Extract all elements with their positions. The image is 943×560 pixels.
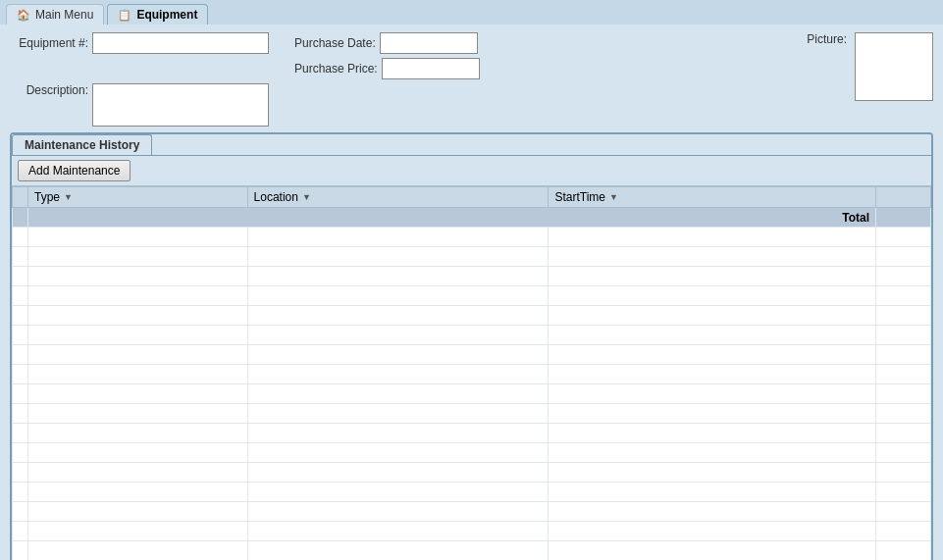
cell-rest xyxy=(876,228,931,247)
cell-rest xyxy=(876,404,931,424)
cell-location xyxy=(247,326,549,345)
cell-location xyxy=(247,443,549,463)
row-indicator xyxy=(13,267,28,286)
cell-location xyxy=(247,365,549,384)
col-type-label: Type xyxy=(34,190,60,204)
cell-location xyxy=(247,541,549,561)
tab-equipment[interactable]: 📋 Equipment xyxy=(107,4,208,25)
equipment-icon: 📋 xyxy=(118,9,131,22)
cell-rest xyxy=(876,424,931,443)
cell-rest xyxy=(876,286,931,306)
cell-type xyxy=(28,541,248,561)
cell-location xyxy=(247,384,549,404)
table-row[interactable] xyxy=(13,384,931,404)
table-row[interactable] xyxy=(13,345,931,365)
table-row[interactable] xyxy=(13,306,931,326)
cell-type xyxy=(28,326,248,345)
cell-rest xyxy=(876,267,931,286)
cell-starttime xyxy=(549,247,876,267)
table-row[interactable] xyxy=(13,267,931,286)
row-indicator xyxy=(13,345,28,365)
table-row[interactable] xyxy=(13,502,931,522)
cell-starttime xyxy=(549,522,876,541)
purchase-price-label: Purchase Price: xyxy=(294,62,378,76)
table-row[interactable] xyxy=(13,326,931,345)
cell-rest xyxy=(876,306,931,326)
cell-type xyxy=(28,267,248,286)
row-indicator xyxy=(13,247,28,267)
cell-rest xyxy=(876,522,931,541)
col-starttime-label: StartTime xyxy=(554,190,605,204)
cell-starttime xyxy=(549,286,876,306)
cell-type xyxy=(28,345,248,365)
table-row[interactable] xyxy=(13,522,931,541)
col-type[interactable]: Type ▼ xyxy=(28,187,248,208)
table-row[interactable] xyxy=(13,247,931,267)
cell-type xyxy=(28,502,248,522)
description-input[interactable] xyxy=(92,83,269,127)
equipment-num-input[interactable] xyxy=(92,32,269,54)
cell-location xyxy=(247,267,549,286)
table-row[interactable] xyxy=(13,404,931,424)
cell-location xyxy=(247,483,549,502)
cell-starttime xyxy=(549,306,876,326)
purchase-date-input[interactable] xyxy=(380,32,478,54)
col-location-sort: ▼ xyxy=(302,192,311,202)
row-indicator xyxy=(13,541,28,561)
cell-type xyxy=(28,443,248,463)
cell-location xyxy=(247,502,549,522)
col-location-label: Location xyxy=(254,190,298,204)
cell-rest xyxy=(876,443,931,463)
row-indicator xyxy=(13,306,28,326)
col-starttime[interactable]: StartTime ▼ xyxy=(549,187,876,208)
cell-type xyxy=(28,228,248,247)
tab-equipment-label: Equipment xyxy=(136,8,197,22)
cell-location xyxy=(247,306,549,326)
cell-starttime xyxy=(549,384,876,404)
row-indicator xyxy=(13,365,28,384)
col-location[interactable]: Location ▼ xyxy=(247,187,549,208)
purchase-date-label: Purchase Date: xyxy=(294,36,376,50)
table-row[interactable] xyxy=(13,541,931,561)
row-indicator xyxy=(13,443,28,463)
cell-type xyxy=(28,286,248,306)
cell-type xyxy=(28,247,248,267)
cell-rest xyxy=(876,384,931,404)
cell-starttime xyxy=(549,365,876,384)
cell-rest xyxy=(876,365,931,384)
cell-location xyxy=(247,228,549,247)
cell-starttime xyxy=(549,267,876,286)
cell-rest xyxy=(876,502,931,522)
row-indicator xyxy=(13,326,28,345)
cell-starttime xyxy=(549,463,876,483)
table-row[interactable] xyxy=(13,365,931,384)
table-row[interactable] xyxy=(13,286,931,306)
cell-starttime xyxy=(549,502,876,522)
add-maintenance-button[interactable]: Add Maintenance xyxy=(18,160,131,181)
table-row[interactable] xyxy=(13,483,931,502)
cell-rest xyxy=(876,463,931,483)
col-starttime-sort: ▼ xyxy=(609,192,618,202)
cell-type xyxy=(28,522,248,541)
table-row[interactable] xyxy=(13,424,931,443)
row-indicator xyxy=(13,228,28,247)
total-empty xyxy=(876,208,931,228)
row-indicator xyxy=(13,424,28,443)
tab-main-menu[interactable]: 🏠 Main Menu xyxy=(6,4,104,25)
tab-main-menu-label: Main Menu xyxy=(35,8,93,22)
picture-label: Picture: xyxy=(807,32,847,46)
cell-starttime xyxy=(549,541,876,561)
table-row[interactable] xyxy=(13,443,931,463)
cell-starttime xyxy=(549,404,876,424)
table-row[interactable] xyxy=(13,228,931,247)
row-indicator xyxy=(13,286,28,306)
cell-location xyxy=(247,463,549,483)
purchase-price-input[interactable] xyxy=(382,58,480,79)
row-indicator xyxy=(13,463,28,483)
cell-type xyxy=(28,306,248,326)
cell-location xyxy=(247,286,549,306)
table-row[interactable] xyxy=(13,463,931,483)
cell-type xyxy=(28,463,248,483)
row-indicator-header xyxy=(13,187,28,208)
maintenance-history-tab[interactable]: Maintenance History xyxy=(12,134,152,155)
